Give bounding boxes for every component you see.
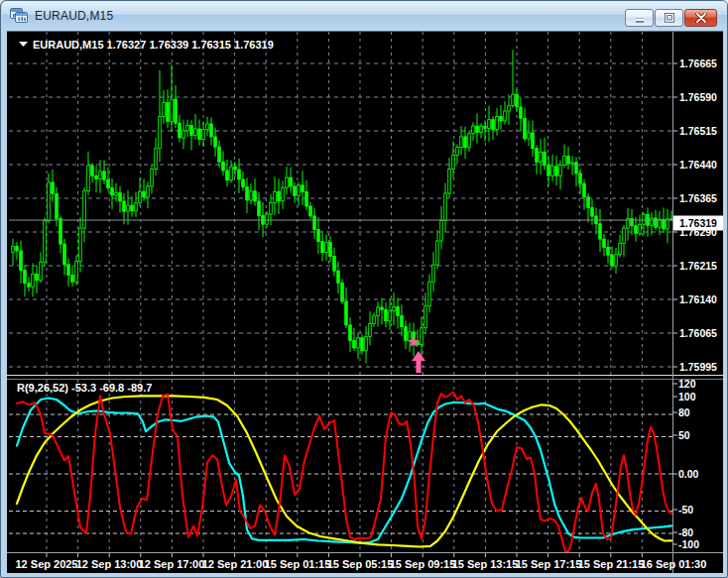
candlestick — [544, 152, 546, 165]
candlestick — [587, 197, 590, 208]
candlestick — [190, 125, 193, 135]
candlestick — [234, 167, 237, 170]
candlestick — [456, 148, 459, 156]
candlestick — [492, 120, 495, 130]
price-axis-label: 1.75995 — [679, 361, 717, 373]
candlestick — [361, 338, 364, 351]
restore-button[interactable] — [655, 9, 683, 27]
candlestick — [302, 185, 304, 192]
close-icon — [695, 13, 707, 23]
candlestick — [179, 123, 182, 138]
candlestick — [286, 177, 289, 187]
candlestick — [163, 102, 166, 116]
candlestick — [309, 206, 312, 216]
candlestick — [79, 228, 82, 261]
indicator-scale-label: -80 — [678, 526, 693, 538]
chart-canvas[interactable]: 1.766651.765901.765151.764401.763651.762… — [7, 31, 723, 573]
candlestick — [135, 203, 138, 211]
candlestick — [123, 201, 126, 211]
candlestick — [639, 224, 642, 233]
candlestick — [44, 220, 47, 262]
candlestick — [393, 306, 396, 310]
time-axis-label: 15 Sep 09:15 — [390, 558, 456, 570]
candlestick — [294, 186, 297, 195]
candlestick — [75, 261, 78, 282]
candlestick — [52, 182, 55, 193]
candlestick — [496, 116, 499, 129]
candlestick — [71, 275, 74, 282]
candlestick — [317, 229, 320, 241]
candlestick — [345, 301, 348, 325]
time-axis-label: 15 Sep 05:15 — [327, 558, 394, 570]
candlestick — [194, 129, 197, 136]
candlestick — [254, 191, 257, 201]
candlestick — [460, 137, 463, 148]
candlestick — [107, 179, 110, 187]
candlestick — [655, 218, 658, 227]
price-axis-label: 1.76590 — [679, 91, 717, 103]
window-title: EURAUD,M15 — [35, 9, 113, 23]
candlestick — [258, 201, 261, 216]
candlestick — [329, 243, 332, 257]
time-axis-label: 12 Sep 21:00 — [202, 558, 269, 570]
ohlc-info-line: EURAUD,M15 1.76327 1.76339 1.76315 1.763… — [33, 39, 274, 51]
time-axis-label: 15 Sep 01:15 — [265, 558, 331, 570]
time-axis-label: 16 Sep 01:30 — [641, 558, 707, 570]
indicator-scale-label: -100 — [678, 538, 699, 550]
candlestick — [12, 247, 15, 253]
chart-window: EURAUD,M15 1.766651.765 — [0, 0, 728, 578]
candlestick — [389, 311, 392, 321]
candlestick — [397, 306, 400, 315]
candlestick — [607, 248, 610, 256]
candlestick — [91, 166, 94, 175]
current-price-label: 1.76319 — [679, 217, 717, 229]
candlestick — [238, 170, 241, 179]
candlestick — [421, 328, 424, 345]
candlestick — [480, 126, 483, 132]
candlestick — [603, 239, 606, 247]
indicator-scale-label: 100 — [678, 391, 696, 403]
candlestick — [504, 111, 507, 121]
candlestick — [468, 134, 471, 148]
candlestick — [182, 131, 185, 138]
candlestick — [40, 262, 43, 280]
time-axis-label: 12 Sep 2025 — [16, 558, 78, 570]
candlestick — [349, 325, 352, 341]
candlestick — [512, 94, 515, 105]
time-axis-label: 15 Sep 17:15 — [516, 558, 582, 570]
candlestick — [536, 149, 539, 163]
minimize-button[interactable] — [625, 9, 654, 27]
candlestick — [270, 203, 273, 215]
close-button[interactable] — [684, 9, 717, 27]
candlestick — [127, 205, 130, 211]
chart-icon — [10, 8, 28, 23]
candlestick — [409, 332, 412, 341]
candlestick — [615, 255, 618, 266]
candlestick — [381, 307, 384, 309]
candlestick — [643, 214, 646, 224]
candlestick — [365, 336, 368, 350]
candlestick — [623, 228, 626, 243]
indicator-scale-label: 120 — [678, 378, 696, 390]
candlestick — [167, 102, 170, 121]
candlestick — [571, 163, 574, 164]
price-axis-label: 1.76440 — [679, 159, 717, 171]
candlestick — [159, 117, 162, 149]
time-axis-label: 15 Sep 21:15 — [578, 558, 645, 570]
candlestick — [151, 170, 154, 186]
candlestick — [87, 166, 90, 191]
candlestick — [444, 193, 447, 220]
candlestick — [36, 274, 39, 280]
candlestick — [143, 191, 146, 197]
candlestick — [357, 338, 360, 348]
window-titlebar[interactable]: EURAUD,M15 — [2, 1, 728, 30]
candlestick — [325, 243, 328, 253]
candlestick — [214, 137, 217, 147]
candlestick — [67, 265, 70, 276]
candlestick — [425, 306, 427, 328]
indicator-scale-label: 0.00 — [678, 468, 699, 480]
candlestick — [226, 171, 229, 180]
candlestick — [210, 124, 213, 137]
candlestick — [579, 173, 582, 183]
indicator-label: R(9,26,52) -53.3 -69.8 -89.7 — [17, 382, 152, 394]
